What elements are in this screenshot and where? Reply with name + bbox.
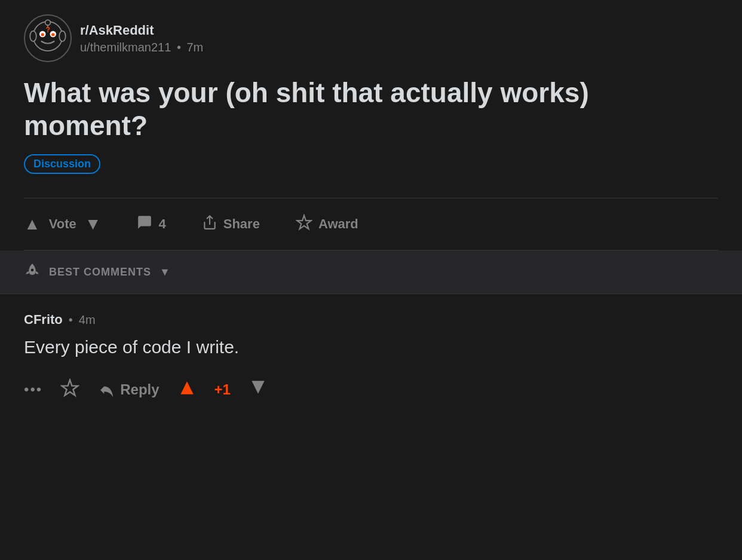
sort-bar: BEST COMMENTS ▼ [0,250,742,293]
svg-point-9 [59,31,66,42]
rocket-icon [24,262,41,281]
svg-point-6 [51,33,54,36]
share-button[interactable]: Share [184,209,278,240]
flair-tag[interactable]: Discussion [24,154,100,174]
post-meta: r/AskReddit u/themilkman211 • 7m [80,23,203,54]
post-actions: ▲ Vote ▼ 4 Share [24,198,718,250]
subreddit-name[interactable]: r/AskReddit [80,23,203,38]
comments-button[interactable]: 4 [119,209,183,240]
award-icon [296,214,312,234]
comment-header: CFrito • 4m [24,312,718,328]
reply-button[interactable]: Reply [97,379,159,400]
upvote-icon[interactable]: ▲ [24,215,41,234]
comments-count: 4 [158,216,165,232]
comment-downvote-icon [249,378,268,401]
award-label: Award [318,216,358,232]
comment-author[interactable]: CFrito [24,312,63,328]
user-info: u/themilkman211 • 7m [80,41,203,54]
svg-point-11 [31,269,34,272]
avatar[interactable]: ? [24,14,72,62]
more-options-icon: ••• [24,381,42,398]
svg-marker-12 [62,380,78,396]
comment-award-icon [60,378,79,401]
share-label: Share [223,216,260,232]
post-time: 7m [186,41,203,54]
post-header: ? r/AskReddit u/themilkman211 • 7m [24,14,718,62]
comment-award-button[interactable] [60,378,79,401]
comments-icon [137,215,152,234]
comment-vote-count: +1 [214,381,231,398]
svg-point-1 [45,20,51,25]
sort-chevron-icon[interactable]: ▼ [160,266,170,279]
username[interactable]: u/themilkman211 [80,41,171,54]
award-button[interactable]: Award [278,208,376,240]
post-title: What was your (oh shit that actually wor… [24,76,718,142]
comment-body: Every piece of code I write. [24,335,718,360]
svg-marker-10 [297,216,311,229]
share-icon [202,215,217,234]
svg-point-8 [30,31,36,42]
comment-time: 4m [79,313,96,327]
comment-upvote-icon [177,378,197,401]
reply-label: Reply [120,381,159,398]
svg-point-5 [41,33,44,36]
reply-icon [97,379,115,400]
sort-label[interactable]: BEST COMMENTS [49,266,151,279]
comment-downvote-button[interactable] [249,378,268,401]
comment-actions: ••• Reply [24,372,718,401]
comment-upvote-button[interactable] [177,378,197,401]
svg-text:?: ? [46,26,50,34]
comment-area: CFrito • 4m Every piece of code I write.… [0,294,742,419]
post-container: ? r/AskReddit u/themilkman211 • 7m What … [0,0,742,250]
vote-label[interactable]: Vote [49,216,76,232]
more-options-button[interactable]: ••• [24,381,42,398]
vote-section: ▲ Vote ▼ [24,215,119,234]
downvote-icon[interactable]: ▼ [85,215,102,234]
